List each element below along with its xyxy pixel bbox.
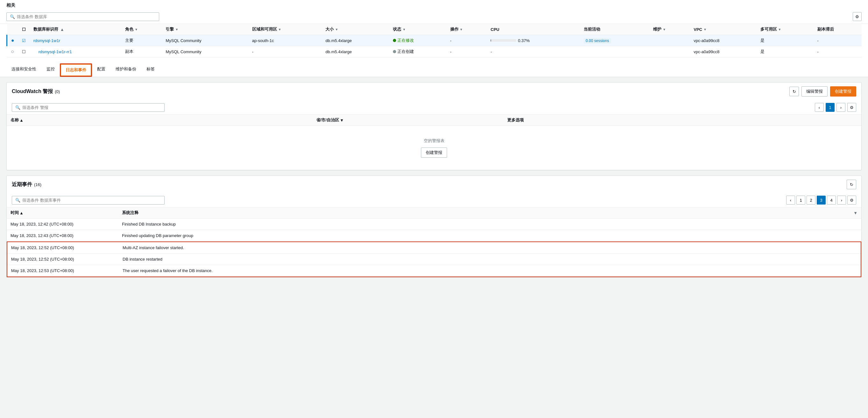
event-row-highlighted: May 18, 2023, 12:52 (UTC+08:00) Multi-AZ… bbox=[7, 242, 861, 253]
tab-tags[interactable]: 标签 bbox=[142, 62, 160, 77]
cw-search-icon: 🔍 bbox=[15, 105, 20, 110]
cw-current-page[interactable]: 1 bbox=[826, 103, 835, 112]
db-filter-input-wrapper: 🔍 bbox=[6, 12, 159, 21]
row2-multi-az: 是 bbox=[756, 46, 813, 57]
related-label: 相关 bbox=[0, 0, 868, 9]
tab-logs-events[interactable]: 日志和事件 bbox=[60, 63, 92, 77]
cw-create-alert-button[interactable]: 创建警报 bbox=[421, 148, 447, 158]
th-time[interactable]: 时间 ▲ bbox=[7, 207, 118, 218]
cw-create-button[interactable]: 创建警报 bbox=[830, 86, 856, 96]
row2-checkbox[interactable]: ☐ bbox=[18, 46, 30, 57]
vpc-filter-icon[interactable]: ▼ bbox=[703, 28, 707, 31]
events-prev-page[interactable]: ‹ bbox=[786, 196, 795, 205]
row1-operations: - bbox=[446, 35, 487, 46]
row1-az: ap-south-1c bbox=[248, 35, 322, 46]
row2-role: 副本 bbox=[121, 46, 162, 57]
table-row[interactable]: ● ☑ rdsmysql-1w1r 主要 MySQL Community ap-… bbox=[7, 35, 862, 46]
cw-header: CloudWatch 警报 (0) ↻ 编辑警报 创建警报 bbox=[7, 83, 861, 100]
events-gear-icon: ⚙ bbox=[850, 198, 854, 203]
th-size[interactable]: 大小 ▼ bbox=[321, 24, 389, 35]
th-role[interactable]: 角色 ▼ bbox=[121, 24, 162, 35]
db-table-header: ☐ 数据库标识符 ▲ 角色 ▼ bbox=[7, 24, 862, 35]
th-vpc[interactable]: VPC ▼ bbox=[690, 24, 756, 35]
row1-sessions-link[interactable]: 0.00 sessions bbox=[584, 38, 611, 43]
row2-replica-lag: - bbox=[813, 46, 862, 57]
th-operations[interactable]: 操作 ▼ bbox=[446, 24, 487, 35]
events-page-1[interactable]: 1 bbox=[796, 196, 805, 205]
engine-filter-icon[interactable]: ▼ bbox=[175, 28, 178, 31]
events-page-4[interactable]: 4 bbox=[827, 196, 836, 205]
db-search-input[interactable] bbox=[17, 14, 156, 19]
events-header: 近期事件 (16) ↻ bbox=[7, 176, 861, 193]
status-filter-icon[interactable]: ▼ bbox=[402, 28, 406, 31]
table-row[interactable]: ○ ☐ rdsmysql-1w1r-rr1 副本 MySQL Community… bbox=[7, 46, 862, 57]
cw-edit-button[interactable]: 编辑警报 bbox=[802, 86, 828, 96]
th-cw-more: 更多选项 bbox=[503, 115, 861, 126]
th-identifier[interactable]: 数据库标识符 ▲ bbox=[30, 24, 121, 35]
th-multi-az[interactable]: 多可用区 ▼ bbox=[756, 24, 813, 35]
event-row: May 18, 2023, 12:42 (UTC+08:00) Finished… bbox=[7, 218, 861, 230]
cw-prev-page[interactable]: ‹ bbox=[815, 103, 824, 112]
cw-table: 名称 ▲ 省/市/自治区 ▼ 更多选项 bbox=[7, 115, 861, 170]
az-filter-icon[interactable]: ▼ bbox=[278, 28, 281, 31]
event-comment-1: Finished DB Instance backup bbox=[118, 218, 861, 230]
row2-activity bbox=[580, 46, 649, 57]
multiaz-filter-icon[interactable]: ▼ bbox=[778, 28, 781, 31]
identifier-sort-icon: ▲ bbox=[60, 27, 64, 32]
cw-search-input[interactable] bbox=[22, 105, 130, 110]
cw-empty-state: 空的警报表 创建警报 bbox=[7, 126, 861, 170]
row1-radio[interactable]: ● bbox=[7, 35, 18, 46]
select-all-checkbox[interactable]: ☐ bbox=[22, 27, 26, 32]
th-az[interactable]: 区域和可用区 ▼ bbox=[248, 24, 322, 35]
tab-connectivity[interactable]: 连接和安全性 bbox=[6, 62, 41, 77]
row2-status-badge: 正在创建 bbox=[393, 49, 442, 55]
cw-refresh-button[interactable]: ↻ bbox=[789, 87, 799, 96]
size-filter-icon[interactable]: ▼ bbox=[335, 28, 338, 31]
comment-collapse-icon[interactable]: ▼ bbox=[854, 211, 858, 215]
cw-actions: ↻ 编辑警报 创建警报 bbox=[789, 86, 856, 96]
events-filter-bar: 🔍 ‹ 1 2 3 4 › ⚙ bbox=[7, 193, 861, 207]
ops-filter-icon[interactable]: ▼ bbox=[460, 28, 463, 31]
row1-status: 正在修改 bbox=[389, 35, 446, 46]
events-search-input[interactable] bbox=[22, 198, 130, 203]
cw-province-filter-icon[interactable]: ▼ bbox=[340, 118, 344, 123]
tab-config[interactable]: 配置 bbox=[92, 62, 111, 77]
top-section: 相关 🔍 ⚙ ☐ bbox=[0, 0, 868, 77]
th-engine[interactable]: 引擎 ▼ bbox=[162, 24, 248, 35]
role-filter-icon[interactable]: ▼ bbox=[135, 28, 138, 31]
th-cw-province[interactable]: 省/市/自治区 ▼ bbox=[312, 115, 503, 126]
cw-filter-input-wrapper: 🔍 bbox=[12, 103, 165, 112]
events-settings-button[interactable]: ⚙ bbox=[847, 196, 856, 205]
maint-filter-icon[interactable]: ▼ bbox=[662, 28, 666, 31]
row2-radio[interactable]: ○ bbox=[7, 46, 18, 57]
row2-maintenance bbox=[649, 46, 690, 57]
db-table-outer: ☐ 数据库标识符 ▲ 角色 ▼ bbox=[0, 24, 868, 57]
cw-refresh-icon: ↻ bbox=[793, 89, 796, 94]
row2-identifier-link[interactable]: rdsmysql-1w1r-rr1 bbox=[38, 49, 72, 54]
cw-table-header: 名称 ▲ 省/市/自治区 ▼ 更多选项 bbox=[7, 115, 861, 126]
tab-monitoring[interactable]: 监控 bbox=[41, 62, 60, 77]
cw-settings-button[interactable]: ⚙ bbox=[847, 103, 856, 112]
events-table: 时间 ▲ 系统注释 ▼ May 18, 2023, 12:42 (UT bbox=[7, 207, 861, 241]
row1-checkbox[interactable]: ☑ bbox=[18, 35, 30, 46]
th-status[interactable]: 状态 ▼ bbox=[389, 24, 446, 35]
row2-cpu: - bbox=[487, 46, 580, 57]
highlighted-events-table: May 18, 2023, 12:52 (UTC+08:00) Multi-AZ… bbox=[7, 242, 861, 276]
events-search-icon: 🔍 bbox=[15, 198, 20, 203]
events-page-3[interactable]: 3 bbox=[817, 196, 826, 205]
events-next-page[interactable]: › bbox=[837, 196, 846, 205]
th-maintenance[interactable]: 维护 ▼ bbox=[649, 24, 690, 35]
cw-next-page[interactable]: › bbox=[836, 103, 845, 112]
events-refresh-button[interactable]: ↻ bbox=[847, 180, 856, 189]
row1-identifier-link[interactable]: rdsmysql-1w1r bbox=[33, 38, 61, 43]
cw-count: (0) bbox=[55, 89, 60, 94]
db-settings-button[interactable]: ⚙ bbox=[853, 12, 862, 21]
row1-identifier: rdsmysql-1w1r bbox=[30, 35, 121, 46]
row1-vpc: vpc-a0a99cc8 bbox=[690, 35, 756, 46]
th-cw-name[interactable]: 名称 ▲ bbox=[7, 115, 312, 126]
row1-maintenance bbox=[649, 35, 690, 46]
event-time-2: May 18, 2023, 12:43 (UTC+08:00) bbox=[7, 230, 118, 241]
events-page-2[interactable]: 2 bbox=[807, 196, 815, 205]
tab-maintenance[interactable]: 维护和备份 bbox=[111, 62, 142, 77]
row1-multi-az: 是 bbox=[756, 35, 813, 46]
